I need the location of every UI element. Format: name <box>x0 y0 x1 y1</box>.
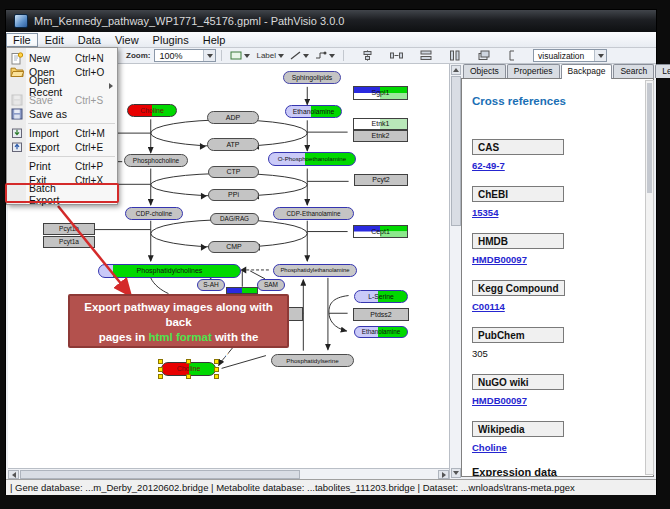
pathway-node-cmp[interactable]: CMP <box>208 241 260 253</box>
menubar-item-view[interactable]: View <box>108 33 146 47</box>
xref-section-title: PubChem <box>472 327 564 343</box>
screenshot-root: { "window": { "title": "Mm_Kennedy_pathw… <box>0 0 670 509</box>
pathway-node-choline-top[interactable]: Choline <box>127 104 177 117</box>
scroll-left-icon[interactable] <box>8 470 19 479</box>
pathway-node-o-phosphoethanolamine[interactable]: O-Phosphoethanolamine <box>268 152 356 166</box>
menubar-item-data[interactable]: Data <box>71 33 108 47</box>
file-menu-item-save-as[interactable]: Save as <box>7 107 117 121</box>
gene-node-button[interactable] <box>227 48 253 63</box>
pathway-node-pcyt2[interactable]: Pcyt2 <box>354 174 408 186</box>
pathway-node-ctp[interactable]: CTP <box>208 166 259 178</box>
pathway-node-ptdss2[interactable]: Ptdss2 <box>353 308 409 321</box>
xref-section-title: NuGO wiki <box>472 374 564 390</box>
scroll-up-icon[interactable] <box>451 65 461 75</box>
pathway-node-pemt-partial[interactable] <box>226 287 258 294</box>
window-title: Mm_Kennedy_pathway_WP1771_45176.gpml - P… <box>34 15 344 27</box>
pathway-node-pcyt1a[interactable]: Pcyt1a <box>43 236 95 248</box>
zoom-dropdown-icon[interactable] <box>203 50 215 61</box>
xref-value: 305 <box>472 348 488 359</box>
align-center-button[interactable] <box>357 48 378 63</box>
pathway-node-ethanolamine-bottom[interactable]: Ethanolamine <box>354 326 408 338</box>
file-menu-item-print[interactable]: PrintCtrl+P <box>7 159 117 173</box>
tab-properties[interactable]: Properties <box>507 64 560 78</box>
scroll-down-icon[interactable] <box>451 468 461 478</box>
pathway-node-sgpl1[interactable]: Sgpl1 <box>353 86 408 100</box>
sidebar-scrollbar[interactable] <box>645 80 654 475</box>
pathway-node-cdp-ethanolamine[interactable]: CDP-Ethanolamine <box>273 207 354 220</box>
save-as-icon <box>7 108 26 120</box>
save-icon <box>7 94 26 106</box>
pathway-node-phosphatidylcholines[interactable]: Phosphatidylcholines <box>98 264 241 278</box>
xref-link[interactable]: HMDB00097 <box>472 254 527 265</box>
xref-link[interactable]: C00114 <box>472 301 505 312</box>
label-button[interactable]: Label <box>253 48 287 63</box>
xref-link[interactable]: 62-49-7 <box>472 160 505 171</box>
canvas-horizontal-scrollbar[interactable] <box>8 468 449 479</box>
pathway-node-cdp-choline[interactable]: CDP-choline <box>125 207 183 220</box>
distribute-horizontal-button[interactable] <box>386 48 407 63</box>
xref-section-pubchem: PubChem305 <box>472 325 632 359</box>
vertical-scroll-thumb[interactable] <box>451 76 461 226</box>
tab-search[interactable]: Search <box>613 64 654 78</box>
sidebar-scroll-thumb[interactable] <box>647 83 652 193</box>
line-tool-button[interactable] <box>287 48 312 63</box>
tab-objects[interactable]: Objects <box>463 64 506 78</box>
selection-handle[interactable] <box>158 367 163 372</box>
pathway-node-atp[interactable]: ATP <box>207 138 259 151</box>
file-menu-item-batch-export[interactable]: Batch Export <box>7 187 117 201</box>
stack-button[interactable] <box>473 48 494 63</box>
align-rows-button[interactable] <box>415 48 436 63</box>
tab-backpage[interactable]: Backpage <box>561 64 613 79</box>
zoom-label: Zoom: <box>126 51 150 60</box>
selection-handle[interactable] <box>214 374 219 379</box>
menubar-item-edit[interactable]: Edit <box>38 33 71 47</box>
visualization-combobox[interactable]: visualization <box>533 49 607 62</box>
file-menu-item-new[interactable]: NewCtrl+N <box>7 51 117 65</box>
file-menu-item-open-recent[interactable]: Open Recent <box>7 79 117 93</box>
pathway-node-l-serine[interactable]: L-Serine <box>354 290 408 303</box>
connector-tool-button[interactable] <box>312 48 338 63</box>
scroll-right-icon[interactable] <box>438 470 449 479</box>
pathway-node-etnk1[interactable]: Etnk1 <box>353 118 408 130</box>
toolbar-separator <box>221 50 222 61</box>
pathway-node-pcyt1b[interactable]: Pcyt1b <box>43 223 95 235</box>
menubar-item-plugins[interactable]: Plugins <box>146 33 196 47</box>
file-menu-item-import[interactable]: ImportCtrl+M <box>7 126 117 140</box>
selection-handle[interactable] <box>158 374 163 379</box>
pathway-node-dag-rag[interactable]: DAG/RAG <box>210 213 259 225</box>
pathway-node-ethanolamine-top[interactable]: Ethanolamine <box>285 105 342 118</box>
pathway-node-sam[interactable]: SAM <box>257 279 285 291</box>
pathway-node-sphingolipids[interactable]: Sphingolipids <box>283 71 341 84</box>
pathway-node-adp[interactable]: ADP <box>207 111 259 124</box>
title-bar[interactable]: Mm_Kennedy_pathway_WP1771_45176.gpml - P… <box>6 10 656 32</box>
import-icon <box>7 127 26 139</box>
menubar-item-file[interactable]: File <box>6 33 38 47</box>
bracket-icon <box>508 50 517 61</box>
pathway-node-sah[interactable]: S-AH <box>197 279 225 291</box>
selection-handle[interactable] <box>214 367 219 372</box>
visualization-dropdown-icon[interactable] <box>594 50 606 61</box>
bracket-button[interactable] <box>502 48 523 63</box>
pathway-node-etnk2[interactable]: Etnk2 <box>353 130 408 142</box>
xref-link[interactable]: 15354 <box>472 207 498 218</box>
canvas-vertical-scrollbar[interactable] <box>449 64 461 479</box>
pathway-node-cept1[interactable]: Cept1 <box>353 225 408 238</box>
file-menu-item-save[interactable]: SaveCtrl+S <box>7 93 117 107</box>
node-label: Choline <box>140 107 164 114</box>
menubar-item-help[interactable]: Help <box>196 33 233 47</box>
xref-link[interactable]: HMDB00097 <box>472 395 527 406</box>
pathway-node-phosphatidylethanolamine[interactable]: Phosphatidylethanolamine <box>273 264 357 277</box>
tab-legend[interactable]: Legend <box>655 64 670 78</box>
horizontal-scroll-thumb[interactable] <box>20 470 300 479</box>
node-label: Ptdss2 <box>370 311 391 318</box>
pathway-node-phosphocholine[interactable]: Phosphocholine <box>124 154 188 167</box>
align-columns-button[interactable] <box>444 48 465 63</box>
xref-section-hmdb: HMDBHMDB00097 <box>472 231 632 265</box>
selection-handle[interactable] <box>186 374 191 379</box>
xref-section-nugo-wiki: NuGO wikiHMDB00097 <box>472 372 632 406</box>
xref-link[interactable]: Choline <box>472 442 507 453</box>
pathway-node-gene-partial[interactable] <box>288 307 303 321</box>
file-menu-item-export[interactable]: ExportCtrl+E <box>7 140 117 154</box>
zoom-combobox[interactable]: 100% <box>154 49 216 62</box>
pathway-node-ppi[interactable]: PPi <box>208 189 259 201</box>
